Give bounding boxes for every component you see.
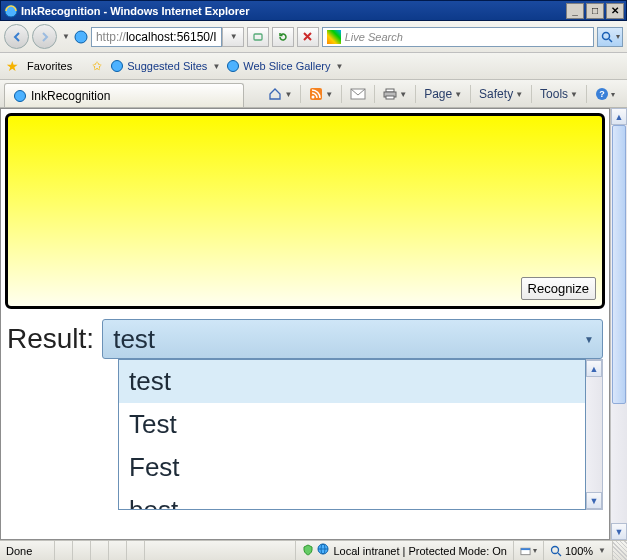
svg-point-6 [228, 61, 239, 72]
svg-rect-20 [521, 548, 530, 550]
client-area: Recognize Result: test ▼ test Test Fest … [0, 108, 627, 540]
status-cell [73, 541, 91, 560]
result-row: Result: test ▼ [1, 313, 609, 359]
zoom-control[interactable]: 100% ▼ [544, 541, 613, 560]
scroll-track[interactable] [586, 377, 602, 492]
dropdown-option[interactable]: test [119, 360, 585, 403]
add-favorite-icon[interactable]: ✩ [92, 59, 102, 73]
globe-icon [317, 543, 329, 558]
svg-point-1 [75, 31, 87, 43]
svg-point-21 [551, 546, 558, 553]
print-button[interactable]: ▼ [379, 83, 411, 105]
favorites-bar: ★ Favorites ✩ Suggested Sites ▼ Web Slic… [0, 53, 627, 80]
page-menu[interactable]: Page▼ [420, 83, 466, 105]
svg-rect-13 [386, 96, 394, 99]
ie-small-icon [226, 59, 240, 73]
svg-point-5 [112, 61, 123, 72]
zoom-icon [550, 545, 562, 557]
shield-icon [302, 544, 314, 558]
svg-text:?: ? [599, 89, 605, 99]
ie-small-icon [110, 59, 124, 73]
chevron-down-icon: ▼ [336, 62, 344, 71]
minimize-button[interactable]: _ [566, 3, 584, 19]
nav-history-dropdown-icon[interactable]: ▼ [62, 32, 70, 41]
scroll-up-icon[interactable]: ▲ [611, 108, 627, 125]
window-titlebar: InkRecognition - Windows Internet Explor… [0, 0, 627, 21]
safety-menu[interactable]: Safety▼ [475, 83, 527, 105]
feeds-button[interactable]: ▼ [305, 83, 337, 105]
favorites-label[interactable]: Favorites [27, 60, 72, 72]
ie-small-icon [13, 89, 27, 103]
status-cell [91, 541, 109, 560]
dropdown-option[interactable]: Fest [119, 446, 585, 489]
dropdown-scrollbar[interactable]: ▲ ▼ [586, 359, 603, 510]
tab-strip: InkRecognition ▼ ▼ ▼ Page▼ Safety▼ Tools… [0, 80, 627, 108]
command-bar: ▼ ▼ ▼ Page▼ Safety▼ Tools▼ ?▾ [264, 83, 623, 107]
window-title: InkRecognition - Windows Internet Explor… [21, 5, 564, 17]
popup-blocker-icon [520, 545, 531, 557]
scroll-track[interactable] [611, 125, 627, 523]
status-cell [55, 541, 73, 560]
scroll-thumb[interactable] [612, 125, 626, 404]
web-slice-link[interactable]: Web Slice Gallery ▼ [226, 59, 343, 73]
navigation-bar: ▼ http://localhost:56150/I ▼ Live Search… [0, 21, 627, 53]
resize-grip[interactable] [613, 541, 627, 560]
chevron-down-icon: ▼ [598, 546, 606, 555]
address-bar[interactable]: http://localhost:56150/I [91, 27, 222, 47]
status-cell [127, 541, 145, 560]
page-scrollbar[interactable]: ▲ ▼ [610, 108, 627, 540]
address-dropdown[interactable]: ▼ [222, 27, 244, 47]
status-bar: Done Local intranet | Protected Mode: On… [0, 540, 627, 560]
suggested-sites-link[interactable]: Suggested Sites ▼ [110, 59, 220, 73]
refresh-button[interactable] [272, 27, 294, 47]
url-host: localhost:56150/I [126, 30, 217, 44]
scroll-down-icon[interactable]: ▼ [586, 492, 602, 509]
search-box[interactable]: Live Search [322, 27, 594, 47]
svg-point-3 [603, 32, 610, 39]
svg-line-22 [558, 553, 561, 556]
read-mail-button[interactable] [346, 83, 370, 105]
back-button[interactable] [4, 24, 29, 49]
ie-icon [3, 3, 18, 18]
recognize-button[interactable]: Recognize [521, 277, 596, 300]
url-scheme: http:// [96, 30, 126, 44]
security-zone[interactable]: Local intranet | Protected Mode: On [296, 541, 513, 560]
dropdown-option[interactable]: best [119, 489, 585, 509]
search-provider-icon [327, 30, 341, 44]
svg-point-9 [312, 96, 315, 99]
tools-menu[interactable]: Tools▼ [536, 83, 582, 105]
scroll-down-icon[interactable]: ▼ [611, 523, 627, 540]
compat-view-button[interactable] [247, 27, 269, 47]
home-button[interactable]: ▼ [264, 83, 296, 105]
maximize-button[interactable]: □ [586, 3, 604, 19]
combo-selected-value: test [113, 324, 155, 355]
result-combobox[interactable]: test ▼ [102, 319, 603, 359]
ink-canvas[interactable]: Recognize [5, 113, 605, 309]
chevron-down-icon: ▼ [212, 62, 220, 71]
close-button[interactable]: ✕ [606, 3, 624, 19]
status-cell[interactable]: ▾ [514, 541, 544, 560]
search-placeholder: Live Search [345, 31, 403, 43]
dropdown-option[interactable]: Test [119, 403, 585, 446]
scroll-up-icon[interactable]: ▲ [586, 360, 602, 377]
help-button[interactable]: ?▾ [591, 83, 619, 105]
chevron-down-icon: ▼ [584, 334, 594, 345]
result-dropdown-list[interactable]: test Test Fest best [118, 359, 586, 510]
search-button[interactable]: ▾ [597, 27, 623, 47]
status-cell [109, 541, 127, 560]
svg-point-7 [15, 90, 26, 101]
svg-line-4 [609, 39, 612, 42]
favorites-star-icon[interactable]: ★ [6, 58, 19, 74]
stop-button[interactable] [297, 27, 319, 47]
result-label: Result: [7, 323, 94, 355]
tab-inkrecognition[interactable]: InkRecognition [4, 83, 244, 107]
forward-button[interactable] [32, 24, 57, 49]
page-icon [73, 29, 89, 45]
tab-title: InkRecognition [31, 89, 110, 103]
page-content: Recognize Result: test ▼ test Test Fest … [0, 108, 610, 540]
status-text: Done [0, 541, 55, 560]
svg-rect-2 [254, 34, 262, 40]
